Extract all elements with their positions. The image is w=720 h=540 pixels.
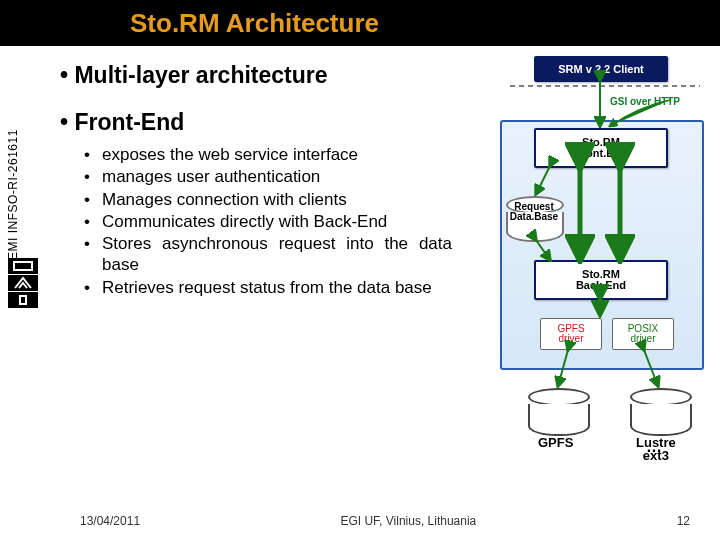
- list-item: Manages connection with clients: [102, 189, 452, 210]
- backend-label-2: Back.End: [576, 280, 626, 291]
- footer-date: 13/04/2011: [80, 514, 140, 528]
- frontend-label-2: Front.End: [575, 148, 627, 159]
- svg-rect-3: [21, 297, 25, 303]
- box-srm-client: SRM v 2.2 Client: [534, 56, 668, 82]
- list-item: Communicates directly with Back-End: [102, 211, 452, 232]
- box-backend: Sto.RM Back.End: [534, 260, 668, 300]
- side-identifier: EMI INFSO-RI-261611: [6, 129, 20, 260]
- ellipsis: …: [646, 438, 662, 456]
- cylinder-lustre: [630, 388, 688, 432]
- list-item: Stores asynchronous request into the dat…: [102, 233, 452, 276]
- label-request-database: RequestData.Base: [509, 202, 559, 222]
- footer-page-number: 12: [677, 514, 690, 528]
- list-item: exposes the web service interface: [102, 144, 452, 165]
- emi-logo: [8, 258, 38, 308]
- footer-venue: EGI UF, Vilnius, Lithuania: [340, 514, 476, 528]
- box-posix-driver: POSIXdriver: [612, 318, 674, 350]
- label-gpfs-fs: GPFS: [538, 436, 573, 449]
- svg-rect-1: [15, 263, 31, 269]
- cylinder-gpfs: [528, 388, 586, 432]
- list-item: manages user authentication: [102, 166, 452, 187]
- slide-footer: 13/04/2011 EGI UF, Vilnius, Lithuania 12: [0, 514, 720, 528]
- label-gsi-over-http: GSI over HTTP: [610, 96, 680, 107]
- slide-title: Sto.RM Architecture: [130, 8, 379, 39]
- architecture-diagram: SRM v 2.2 Client GSI over HTTP Sto.RM Fr…: [500, 56, 710, 466]
- box-gpfs-driver: GPFSdriver: [540, 318, 602, 350]
- bullet-frontend: Front-End: [60, 109, 496, 136]
- content-column: Multi-layer architecture Front-End expos…: [50, 56, 496, 486]
- title-band: Sto.RM Architecture: [0, 0, 720, 46]
- sub-bullet-list: exposes the web service interface manage…: [50, 144, 452, 298]
- list-item: Retrieves request status from the data b…: [102, 277, 452, 298]
- bullet-multilayer: Multi-layer architecture: [60, 62, 496, 89]
- box-frontend: Sto.RM Front.End: [534, 128, 668, 168]
